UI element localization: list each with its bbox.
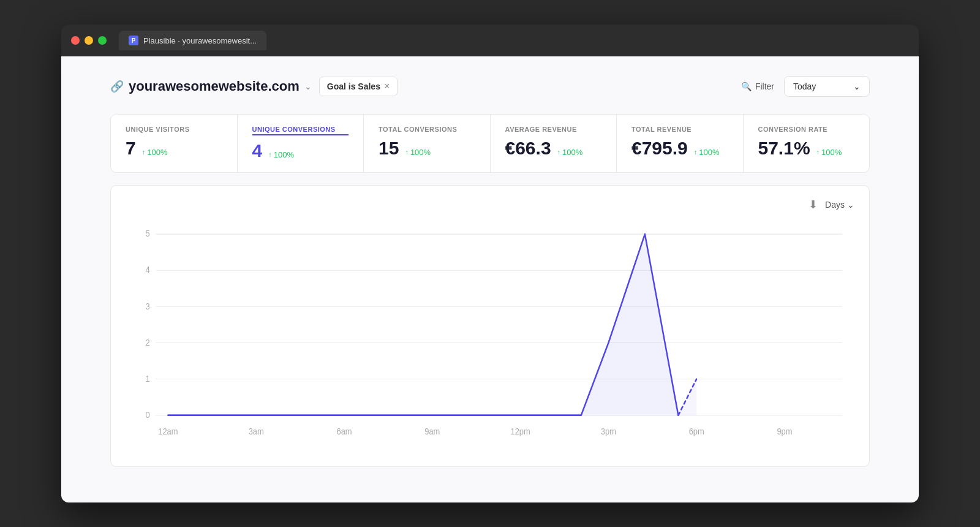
tab-label: Plausible · yourawesomewesit... — [143, 36, 257, 45]
header-right: 🔍 Filter Today ⌄ — [741, 76, 870, 97]
svg-text:3am: 3am — [249, 427, 264, 436]
arrow-up-icon: ↑ — [268, 151, 272, 158]
stat-label-conversion-rate: CONVERSION RATE — [758, 126, 855, 133]
stat-value-row-conversion-rate: 57.1% ↑ 100% — [758, 138, 855, 159]
svg-marker-20 — [168, 234, 696, 415]
search-icon: 🔍 — [741, 82, 752, 91]
arrow-up-icon: ↑ — [405, 148, 409, 156]
stat-change-pct-unique-visitors: 100% — [147, 148, 167, 157]
stat-change-unique-visitors: ↑ 100% — [142, 148, 168, 157]
filter-badge-text: Goal is Sales — [327, 82, 380, 91]
svg-text:0: 0 — [145, 411, 149, 420]
chart-svg: 5 4 3 2 1 0 12am 3am 6am 9am 12pm 3pm 6p… — [126, 221, 854, 454]
svg-text:5: 5 — [145, 229, 149, 238]
stat-change-total-revenue: ↑ 100% — [694, 148, 720, 157]
stat-value-conversion-rate: 57.1% — [758, 138, 810, 159]
days-chevron-icon: ⌄ — [847, 200, 854, 210]
goal-filter-badge[interactable]: Goal is Sales × — [319, 77, 398, 96]
stat-value-row-total-revenue: €795.9 ↑ 100% — [631, 138, 728, 159]
stat-change-pct-average-revenue: 100% — [562, 148, 582, 157]
filter-btn-label: Filter — [755, 82, 774, 91]
stat-change-conversion-rate: ↑ 100% — [816, 148, 842, 157]
site-chevron-icon: ⌄ — [304, 82, 312, 91]
chart-section: ⬇ Days ⌄ — [110, 185, 870, 467]
date-picker-chevron-icon: ⌄ — [853, 82, 861, 91]
svg-text:3: 3 — [145, 301, 149, 311]
stat-change-pct-unique-conversions: 100% — [274, 150, 294, 159]
stat-card-total-revenue[interactable]: TOTAL REVENUE €795.9 ↑ 100% — [617, 115, 744, 172]
days-label: Days — [825, 200, 845, 210]
stat-label-unique-conversions[interactable]: UNIQUE CONVERSIONS — [252, 126, 349, 135]
stat-value-total-conversions: 15 — [379, 138, 399, 159]
stats-row: UNIQUE VISITORS 7 ↑ 100% UNIQUE CONVERSI… — [110, 114, 870, 173]
svg-text:12pm: 12pm — [510, 427, 530, 436]
site-name: yourawesomewebsite.com — [129, 78, 300, 94]
stat-label-total-conversions: TOTAL CONVERSIONS — [379, 126, 475, 133]
arrow-up-icon: ↑ — [694, 148, 698, 156]
svg-text:12am: 12am — [158, 427, 178, 436]
stat-change-average-revenue: ↑ 100% — [557, 148, 583, 157]
stat-value-average-revenue: €66.3 — [505, 138, 551, 159]
stat-label-unique-visitors: UNIQUE VISITORS — [126, 126, 222, 133]
filter-button[interactable]: 🔍 Filter — [741, 82, 774, 91]
browser-titlebar: P Plausible · yourawesomewesit... — [61, 25, 919, 56]
stat-value-total-revenue: €795.9 — [631, 138, 688, 159]
stat-card-total-conversions[interactable]: TOTAL CONVERSIONS 15 ↑ 100% — [364, 115, 491, 172]
chart-wrapper: 5 4 3 2 1 0 12am 3am 6am 9am 12pm 3pm 6p… — [126, 221, 854, 454]
stat-card-unique-visitors[interactable]: UNIQUE VISITORS 7 ↑ 100% — [111, 115, 238, 172]
stat-change-pct-total-conversions: 100% — [410, 148, 431, 157]
stat-value-unique-conversions: 4 — [252, 140, 263, 161]
date-picker[interactable]: Today ⌄ — [784, 76, 870, 97]
svg-text:9pm: 9pm — [777, 427, 792, 436]
days-select[interactable]: Days ⌄ — [825, 200, 854, 210]
site-selector[interactable]: 🔗 yourawesomewebsite.com ⌄ — [110, 78, 312, 94]
traffic-lights — [71, 36, 107, 45]
svg-text:9am: 9am — [424, 427, 440, 436]
maximize-button[interactable] — [98, 36, 107, 45]
minimize-button[interactable] — [85, 36, 93, 45]
stat-card-conversion-rate[interactable]: CONVERSION RATE 57.1% ↑ 100% — [744, 115, 870, 172]
stat-card-unique-conversions[interactable]: UNIQUE CONVERSIONS 4 ↑ 100% — [238, 115, 364, 172]
stat-value-row-total-conversions: 15 ↑ 100% — [379, 138, 475, 159]
stat-value-unique-visitors: 7 — [126, 138, 136, 159]
svg-text:1: 1 — [145, 374, 149, 383]
close-button[interactable] — [71, 36, 80, 45]
stat-value-row-unique-visitors: 7 ↑ 100% — [126, 138, 222, 159]
date-picker-value: Today — [793, 82, 816, 91]
arrow-up-icon: ↑ — [142, 148, 146, 156]
arrow-up-icon: ↑ — [557, 148, 561, 156]
stat-card-average-revenue[interactable]: AVERAGE REVENUE €66.3 ↑ 100% — [491, 115, 617, 172]
filter-label: Goal is — [327, 82, 358, 91]
svg-text:2: 2 — [145, 338, 149, 347]
svg-text:6am: 6am — [336, 427, 352, 436]
app-container: 🔗 yourawesomewebsite.com ⌄ Goal is Sales… — [61, 56, 919, 502]
chart-toolbar: ⬇ Days ⌄ — [126, 198, 854, 211]
browser-tab[interactable]: P Plausible · yourawesomewesit... — [119, 31, 266, 50]
stat-value-row-average-revenue: €66.3 ↑ 100% — [505, 138, 602, 159]
svg-marker-22 — [678, 379, 696, 415]
download-button[interactable]: ⬇ — [809, 198, 818, 211]
stat-value-row-unique-conversions: 4 ↑ 100% — [252, 140, 349, 161]
tab-favicon: P — [129, 36, 138, 45]
stat-change-pct-conversion-rate: 100% — [821, 148, 842, 157]
arrow-up-icon: ↑ — [816, 148, 820, 156]
stat-label-average-revenue: AVERAGE REVENUE — [505, 126, 602, 133]
browser-window: P Plausible · yourawesomewesit... 🔗 your… — [61, 25, 919, 502]
browser-content: 🔗 yourawesomewebsite.com ⌄ Goal is Sales… — [61, 56, 919, 502]
svg-text:6pm: 6pm — [689, 427, 704, 436]
page-header: 🔗 yourawesomewebsite.com ⌄ Goal is Sales… — [110, 76, 870, 97]
header-left: 🔗 yourawesomewebsite.com ⌄ Goal is Sales… — [110, 77, 398, 96]
svg-text:4: 4 — [145, 265, 149, 275]
stat-change-unique-conversions: ↑ 100% — [268, 150, 294, 159]
stat-change-total-conversions: ↑ 100% — [405, 148, 431, 157]
link-icon: 🔗 — [110, 80, 124, 93]
svg-text:3pm: 3pm — [601, 427, 616, 436]
filter-value: Sales — [358, 82, 380, 91]
stat-label-total-revenue: TOTAL REVENUE — [631, 126, 728, 133]
filter-close-icon[interactable]: × — [384, 81, 390, 92]
stat-change-pct-total-revenue: 100% — [699, 148, 719, 157]
